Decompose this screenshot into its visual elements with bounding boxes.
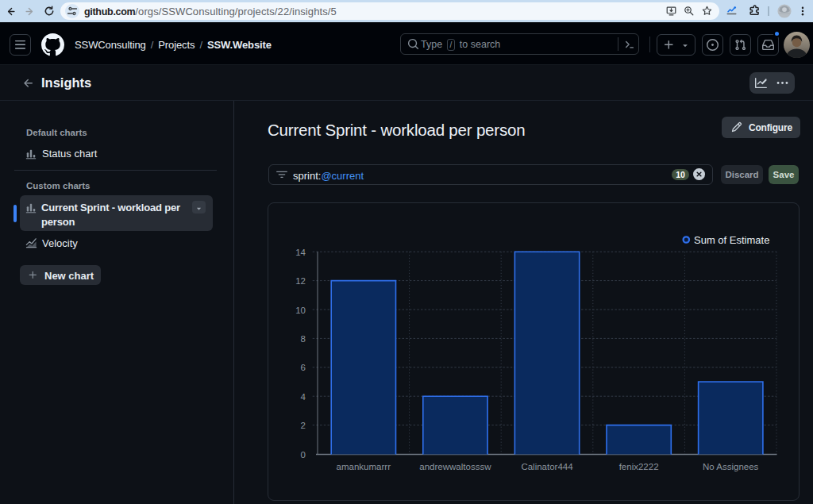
svg-text:8: 8 — [301, 334, 306, 344]
svg-text:Sum of Estimate: Sum of Estimate — [694, 234, 769, 246]
svg-text:4: 4 — [301, 392, 306, 402]
svg-text:No Assignees: No Assignees — [703, 462, 759, 471]
svg-text:Calinator444: Calinator444 — [521, 462, 573, 471]
svg-text:fenix2222: fenix2222 — [619, 462, 659, 471]
svg-text:andrewwaltosssw: andrewwaltosssw — [419, 462, 491, 471]
svg-text:14: 14 — [295, 248, 306, 257]
svg-text:0: 0 — [301, 450, 306, 460]
svg-text:10: 10 — [295, 306, 306, 315]
svg-text:12: 12 — [295, 276, 306, 286]
svg-text:amankumarrr: amankumarrr — [337, 462, 391, 471]
svg-text:2: 2 — [301, 421, 306, 430]
svg-text:6: 6 — [301, 363, 306, 372]
